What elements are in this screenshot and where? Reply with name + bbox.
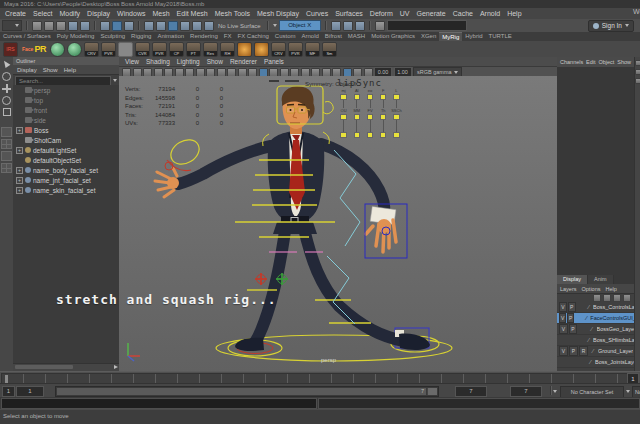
range-slider-track[interactable]: 7 [55, 386, 439, 397]
display-type-toggle[interactable] [575, 313, 582, 323]
range-slider-grip[interactable] [427, 388, 437, 395]
layout-single-pane-button[interactable] [1, 127, 12, 137]
shelf-button-character-icon[interactable]: PVR [152, 42, 167, 57]
shelf-button-mf-icon[interactable]: MF [305, 42, 320, 57]
layer-color-icon[interactable]: ∕ [585, 337, 592, 343]
visibility-toggle[interactable]: V [559, 346, 568, 356]
layer-row-bossgeo[interactable]: V P ∕ BossGeo_Layer [557, 324, 634, 335]
menu-cache[interactable]: Cache [453, 10, 473, 17]
visibility-toggle[interactable]: V [559, 324, 568, 334]
rename-icon[interactable] [375, 21, 385, 31]
shelf-button-flower-icon[interactable] [254, 42, 269, 57]
shelf-tab-motion-graphics[interactable]: Motion Graphics [368, 32, 418, 41]
shelf-tab-mash[interactable]: MASH [345, 32, 368, 41]
outliner-panel-title[interactable]: Outliner [13, 57, 119, 65]
viewport-menu-shading[interactable]: Shading [146, 58, 170, 65]
redo-icon[interactable] [80, 21, 90, 31]
menu-create[interactable]: Create [5, 10, 26, 17]
outliner-h-scrollbar[interactable] [13, 363, 119, 371]
render-settings-icon[interactable] [355, 21, 365, 31]
outliner-menu-display[interactable]: Display [17, 67, 37, 73]
menu-uv[interactable]: UV [400, 10, 410, 17]
scroll-right-icon[interactable] [114, 365, 118, 369]
playback-end-field[interactable]: 7 [455, 386, 487, 397]
tool-settings-icon[interactable] [635, 69, 640, 75]
sign-in-button[interactable]: Sign In [588, 20, 634, 32]
menu-help[interactable]: Help [507, 10, 521, 17]
menu-deform[interactable]: Deform [370, 10, 393, 17]
shelf-tab-animation[interactable]: Animation [154, 32, 187, 41]
shelf-button-tool-icon[interactable] [237, 42, 252, 57]
shelf-tab-custom[interactable]: Custom [272, 32, 299, 41]
snap-point-icon[interactable] [168, 21, 178, 31]
expand-icon[interactable]: + [16, 187, 23, 194]
move-tool-icon[interactable] [2, 84, 11, 93]
snap-surface-icon[interactable] [192, 21, 202, 31]
layer-color-icon[interactable]: ∕ [583, 315, 589, 321]
layout-two-pane-button[interactable] [1, 163, 12, 173]
outliner-item-body-facial-set[interactable]: +name_body_facial_set [13, 165, 119, 175]
slider-handle[interactable] [393, 132, 400, 138]
menu-display[interactable]: Display [87, 10, 110, 17]
menu-select[interactable]: Select [33, 10, 52, 17]
attribute-editor-icon[interactable] [635, 60, 640, 66]
shelf-tab-curves-surfaces[interactable]: Curves / Surfaces [0, 32, 54, 41]
lipsync-sliders-row3[interactable] [337, 132, 403, 138]
outliner-item-shotcam[interactable]: ShotCam [13, 135, 119, 145]
select-hierarchy-icon[interactable] [100, 21, 110, 31]
range-slider-handle[interactable] [57, 388, 426, 395]
rotate-tool-icon[interactable] [2, 96, 11, 105]
display-type-toggle[interactable]: R [579, 346, 588, 356]
visibility-toggle[interactable]: V [559, 302, 567, 312]
command-input[interactable] [1, 398, 317, 409]
expand-icon[interactable]: + [16, 177, 23, 184]
shelf-button-character-icon[interactable]: CRV [84, 42, 99, 57]
playback-toggle[interactable] [568, 335, 576, 345]
shelf-tab-myrig[interactable]: MyRig [439, 32, 462, 42]
layout-persp-outliner-button[interactable] [1, 151, 12, 161]
slider-handle[interactable] [367, 132, 374, 138]
filter-dropdown-icon[interactable] [113, 79, 117, 82]
shelf-tab-bifrost[interactable]: Bifrost [322, 32, 345, 41]
character-set-menu-icon[interactable] [553, 390, 557, 393]
playback-toggle[interactable] [568, 357, 576, 367]
shelf-button-joint-icon[interactable]: PT [186, 42, 201, 57]
visibility-toggle[interactable] [559, 357, 567, 367]
shelf-tab-turtle[interactable]: TURTLE [486, 32, 515, 41]
shelf-button-sphere-icon[interactable] [50, 42, 65, 57]
animation-start-field[interactable]: 1 [2, 386, 15, 397]
layer-color-icon[interactable]: ∕ [587, 359, 594, 365]
display-type-toggle[interactable] [577, 302, 585, 312]
visibility-toggle[interactable]: V [559, 313, 566, 323]
snap-grid-icon[interactable] [144, 21, 154, 31]
viewport-canvas[interactable]: Verts:7319400 Edges:14559800 Faces:72191… [119, 76, 557, 371]
menu-windows[interactable]: Windows [117, 10, 145, 17]
snap-plane-icon[interactable] [180, 21, 190, 31]
shelf-button-irs[interactable]: IRS [3, 42, 18, 57]
save-scene-icon[interactable] [56, 21, 66, 31]
ipr-render-icon[interactable] [343, 21, 353, 31]
playback-toggle[interactable]: P [567, 313, 574, 323]
help-menu[interactable]: Help [605, 286, 616, 292]
layer-row-boss-controls[interactable]: V P ∕ Boss_ControlsLayer [557, 302, 634, 313]
outliner-item-boss[interactable]: +Boss [13, 125, 119, 135]
channelbox-menu-show[interactable]: Show [617, 59, 631, 65]
shelf-button-face-pr[interactable]: Face PR [20, 43, 48, 56]
layout-four-pane-button[interactable] [1, 139, 12, 149]
channel-box-empty-area[interactable] [557, 67, 634, 276]
outliner-item-defaultlightset[interactable]: +defaultLightSet [13, 145, 119, 155]
snap-curve-icon[interactable] [156, 21, 166, 31]
render-icon[interactable] [331, 21, 341, 31]
shelf-button-character-icon[interactable]: PVR [288, 42, 303, 57]
select-tool-icon[interactable] [2, 60, 11, 69]
menu-curves[interactable]: Curves [306, 10, 328, 17]
layer-row-ground[interactable]: V P R ∕ Ground_Layer [557, 346, 634, 357]
viewport-menu-show[interactable]: Show [207, 58, 223, 65]
outliner-item-front[interactable]: front [13, 105, 119, 115]
make-live-icon[interactable] [204, 21, 214, 31]
outliner-item-jnt-facial-set[interactable]: +name_jnt_facial_set [13, 175, 119, 185]
shelf-button-pencil-icon[interactable]: RH [220, 42, 235, 57]
viewport-menu-panels[interactable]: Panels [264, 58, 284, 65]
outliner-search-input[interactable]: Search... [15, 76, 111, 86]
channelbox-menu-channels[interactable]: Channels [560, 59, 583, 65]
